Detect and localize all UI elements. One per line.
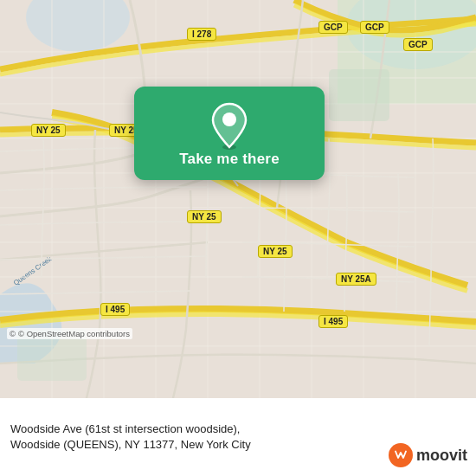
take-me-there-button[interactable]: Take me there xyxy=(179,151,280,168)
road-label-gcp1: GCP xyxy=(318,21,348,34)
osm-credit: © © OpenStreetMap contributors xyxy=(7,328,132,339)
road-label-gcp2: GCP xyxy=(360,21,389,34)
road-label-ny25a3: NY 25A xyxy=(336,273,376,286)
moovit-text: moovit xyxy=(416,447,467,465)
location-pin xyxy=(209,102,250,144)
svg-rect-23 xyxy=(329,69,389,121)
copyright-symbol: © xyxy=(10,329,16,338)
moovit-logo: moovit xyxy=(389,443,467,467)
action-card[interactable]: Take me there xyxy=(134,87,325,180)
svg-point-26 xyxy=(222,113,236,126)
address-line1: Woodside Ave (61st st intersection woods… xyxy=(10,421,466,437)
road-label-gcp3: GCP xyxy=(403,38,433,51)
road-label-ny25-2: NY 25 xyxy=(258,245,293,258)
road-label-ny25-1: NY 25 xyxy=(187,210,222,223)
moovit-logo-icon xyxy=(389,443,413,467)
bottom-bar: Woodside Ave (61st st intersection woods… xyxy=(0,398,476,476)
road-label-ny25a1: NY 25 xyxy=(31,124,66,137)
road-label-i495-2: I 495 xyxy=(318,315,348,328)
map-view: Queens Creek xyxy=(0,0,476,398)
osm-text: © OpenStreetMap contributors xyxy=(18,329,130,338)
road-label-i495-1: I 495 xyxy=(100,303,130,316)
road-label-i278: I 278 xyxy=(187,28,216,41)
